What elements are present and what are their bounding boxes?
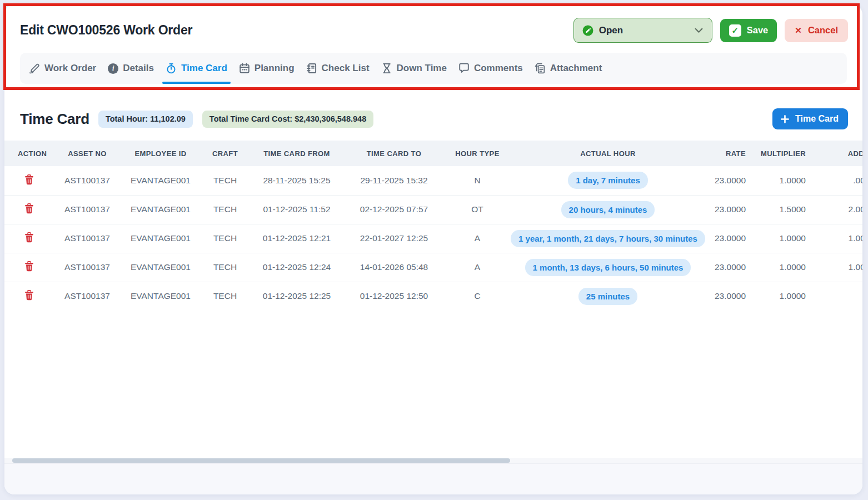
- multiplier-cell: 1.0000: [754, 253, 814, 282]
- hour-type-cell: A: [445, 253, 510, 282]
- tab-planning[interactable]: Planning: [238, 53, 296, 84]
- column-header-craft: CRAFT: [200, 141, 250, 166]
- info-icon: i: [108, 63, 118, 74]
- trash-icon: [24, 294, 34, 302]
- action-cell: [4, 253, 53, 282]
- notebook-icon: [306, 63, 317, 74]
- delete-row-button[interactable]: [22, 201, 36, 218]
- asset-no-cell: AST100137: [53, 224, 121, 253]
- employee-id-cell: EVANTAGE001: [121, 195, 200, 224]
- adder-cell: 1.0000: [814, 253, 862, 282]
- hour-type-cell: C: [445, 282, 510, 311]
- close-icon: ✕: [795, 26, 802, 36]
- actual-hour-pill: 1 year, 1 month, 21 days, 7 hours, 30 mi…: [511, 230, 705, 247]
- hour-type-cell: OT: [445, 195, 510, 224]
- delete-row-button[interactable]: [22, 172, 36, 189]
- actual-hour-cell: 25 minutes: [510, 282, 706, 311]
- actual-hour-cell: 1 day, 7 minutes: [510, 166, 706, 195]
- asset-no-cell: AST100137: [53, 195, 121, 224]
- attachment-icon: [535, 63, 546, 74]
- delete-row-button[interactable]: [22, 259, 36, 276]
- table-row: AST100137EVANTAGE001TECH01-12-2025 12:21…: [4, 224, 862, 253]
- multiplier-cell: 1.0000: [754, 224, 814, 253]
- column-header-time-card-to: TIME CARD TO: [343, 141, 445, 166]
- tab-label: Work Order: [44, 63, 96, 74]
- active-tab-underline: [162, 82, 231, 84]
- actual-hour-pill: 25 minutes: [578, 288, 637, 305]
- craft-cell: TECH: [200, 282, 250, 311]
- column-header-hour-type: HOUR TYPE: [445, 141, 510, 166]
- trash-icon: [24, 178, 34, 187]
- actual-hour-cell: 1 month, 13 days, 6 hours, 50 minutes: [510, 253, 706, 282]
- delete-row-button[interactable]: [22, 230, 36, 247]
- column-header-actual-hour: ACTUAL HOUR: [510, 141, 706, 166]
- action-cell: [4, 166, 53, 195]
- tab-comments[interactable]: Comments: [457, 53, 524, 84]
- asset-no-cell: AST100137: [53, 282, 121, 311]
- asset-no-cell: AST100137: [53, 253, 121, 282]
- employee-id-cell: EVANTAGE001: [121, 253, 200, 282]
- tab-down-time[interactable]: Down Time: [380, 53, 448, 84]
- card-footer: [4, 463, 862, 494]
- time-card-to-cell: 01-12-2025 12:50: [343, 282, 445, 311]
- tab-work-order[interactable]: Work Order: [28, 53, 97, 84]
- total-hour-badge: Total Hour: 11,102.09: [98, 111, 193, 128]
- column-header-rate: RATE: [706, 141, 754, 166]
- adder-cell: [814, 282, 862, 311]
- time-card-to-cell: 29-11-2025 15:32: [343, 166, 445, 195]
- cancel-button[interactable]: ✕ Cancel: [785, 19, 848, 42]
- check-icon: ✓: [729, 24, 741, 37]
- time-card-from-cell: 01-12-2025 11:52: [250, 195, 343, 224]
- craft-cell: TECH: [200, 195, 250, 224]
- tab-check-list[interactable]: Check List: [305, 53, 371, 84]
- tab-label: Details: [123, 63, 154, 74]
- status-dropdown[interactable]: Open: [573, 18, 712, 43]
- rate-cell: 23.0000: [706, 253, 754, 282]
- employee-id-cell: EVANTAGE001: [121, 166, 200, 195]
- page-title: Edit CWO100526 Work Order: [20, 23, 573, 38]
- edit-circle-icon: [582, 24, 594, 37]
- employee-id-cell: EVANTAGE001: [121, 282, 200, 311]
- total-cost-badge: Total Time Card Cost: $2,430,306,548.948: [202, 111, 373, 128]
- save-button[interactable]: ✓ Save: [720, 19, 777, 42]
- rate-cell: 23.0000: [706, 195, 754, 224]
- save-button-label: Save: [747, 25, 769, 36]
- rate-cell: 23.0000: [706, 224, 754, 253]
- actual-hour-pill: 20 hours, 4 minutes: [561, 201, 655, 218]
- pen-icon: [29, 63, 40, 74]
- add-time-card-button[interactable]: Time Card: [772, 108, 848, 129]
- tab-details[interactable]: iDetails: [107, 53, 155, 84]
- craft-cell: TECH: [200, 224, 250, 253]
- comment-icon: [458, 63, 470, 74]
- tab-label: Down Time: [397, 63, 447, 74]
- craft-cell: TECH: [200, 253, 250, 282]
- card-header: Edit CWO100526 Work Order Open ✓ Save ✕ …: [4, 4, 862, 48]
- time-card-to-cell: 02-12-2025 07:57: [343, 195, 445, 224]
- time-card-table: ACTIONASSET NOEMPLOYEE IDCRAFTTIME CARD …: [4, 141, 862, 311]
- tab-label: Attachment: [550, 63, 602, 74]
- hour-type-cell: N: [445, 166, 510, 195]
- rate-cell: 23.0000: [706, 166, 754, 195]
- time-card-to-cell: 22-01-2027 12:25: [343, 224, 445, 253]
- multiplier-cell: 1.0000: [754, 166, 814, 195]
- delete-row-button[interactable]: [22, 288, 36, 304]
- tab-label: Check List: [322, 63, 370, 74]
- craft-cell: TECH: [200, 166, 250, 195]
- work-order-card: Edit CWO100526 Work Order Open ✓ Save ✕ …: [4, 4, 862, 494]
- horizontal-scrollbar-thumb[interactable]: [12, 458, 510, 463]
- chevron-down-icon: [695, 28, 703, 33]
- table-row: AST100137EVANTAGE001TECH01-12-2025 12:24…: [4, 253, 862, 282]
- tab-attachment[interactable]: Attachment: [533, 53, 603, 84]
- table-row: AST100137EVANTAGE001TECH01-12-2025 12:25…: [4, 282, 862, 311]
- adder-cell: 2.0000: [814, 195, 862, 224]
- cancel-button-label: Cancel: [808, 25, 838, 36]
- tab-time-card[interactable]: Time Card: [164, 53, 228, 84]
- trash-icon: [24, 265, 34, 273]
- tab-label: Time Card: [181, 63, 227, 74]
- time-card-to-cell: 14-01-2026 05:48: [343, 253, 445, 282]
- tab-label: Planning: [255, 63, 295, 74]
- trash-icon: [24, 207, 34, 216]
- time-card-section-header: Time Card Total Hour: 11,102.09 Total Ti…: [20, 108, 848, 129]
- time-card-from-cell: 01-12-2025 12:24: [250, 253, 343, 282]
- table-row: AST100137EVANTAGE001TECH28-11-2025 15:25…: [4, 166, 862, 195]
